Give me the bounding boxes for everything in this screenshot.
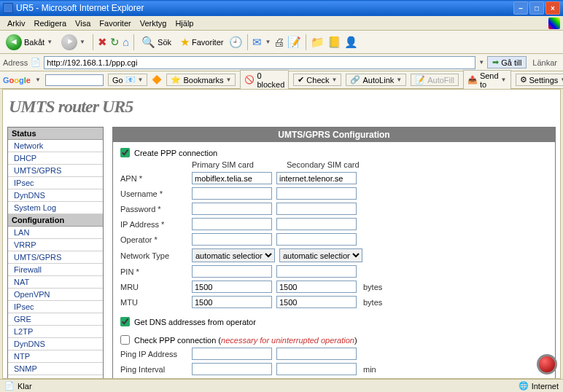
window-titlebar: UR5 - Microsoft Internet Explorer – □ ×: [0, 0, 563, 16]
sendto-button[interactable]: 📤 Send to▼: [463, 70, 511, 90]
back-icon: [6, 34, 22, 50]
forward-button[interactable]: ▼: [58, 33, 88, 52]
page-icon: 📄: [31, 58, 41, 67]
new-icon[interactable]: 🔶: [152, 75, 162, 85]
forward-icon: [61, 34, 77, 50]
menu-edit[interactable]: Redigera: [29, 17, 71, 29]
history-button[interactable]: 🕘: [229, 36, 243, 49]
navigation-toolbar: Bakåt ▼ ▼ ✖ ↻ ⌂ 🔍 Sök ★ Favoriter 🕘 ✉▼ 🖨…: [0, 31, 563, 54]
ie-icon: [3, 3, 13, 13]
mail-button[interactable]: ✉: [252, 36, 262, 49]
check-button[interactable]: ✔ Check▼: [293, 74, 341, 86]
google-search-input[interactable]: [45, 74, 104, 86]
star-icon: ★: [180, 36, 190, 49]
research-button[interactable]: 📒: [327, 36, 341, 49]
windows-logo-icon: [548, 17, 560, 29]
go-button[interactable]: ➡ Gå till: [487, 56, 527, 68]
bookmarks-button[interactable]: ⭐ Bookmarks▼: [166, 74, 236, 86]
address-input[interactable]: [44, 56, 475, 69]
close-button[interactable]: ×: [545, 1, 560, 15]
chevron-down-icon: ▼: [79, 39, 85, 45]
settings-button[interactable]: ⚙ Settings▼: [516, 74, 564, 86]
maximize-button[interactable]: □: [529, 1, 544, 15]
popup-blocked-button[interactable]: 🚫 0 blocked: [240, 70, 289, 90]
chevron-down-icon: ▼: [47, 39, 53, 45]
menu-view[interactable]: Visa: [71, 17, 95, 29]
google-go-button[interactable]: Go 📧▼: [108, 74, 148, 86]
search-button[interactable]: 🔍 Sök: [139, 34, 174, 50]
autofill-button[interactable]: 📝 AutoFill: [411, 74, 459, 86]
address-label: Adress: [3, 58, 28, 67]
chevron-down-icon[interactable]: ▼: [478, 59, 484, 66]
menu-help[interactable]: Hjälp: [171, 17, 198, 29]
favorites-button[interactable]: ★ Favoriter: [177, 34, 226, 50]
google-logo: Google: [3, 76, 31, 85]
home-button[interactable]: ⌂: [123, 36, 129, 48]
messenger-button[interactable]: 👤: [344, 36, 358, 49]
google-toolbar: Google▼ Go 📧▼ 🔶 ⭐ Bookmarks▼ 🚫 0 blocked…: [0, 71, 563, 89]
refresh-button[interactable]: ↻: [110, 36, 120, 49]
menu-favorites[interactable]: Favoriter: [95, 17, 135, 29]
menu-bar: Arkiv Redigera Visa Favoriter Verktyg Hj…: [0, 16, 563, 31]
minimize-button[interactable]: –: [513, 1, 528, 15]
autolink-button[interactable]: 🔗 AutoLink▼: [346, 74, 406, 86]
folder-button[interactable]: 📁: [311, 36, 325, 49]
address-bar: Adress 📄 ▼ ➡ Gå till Länkar: [0, 54, 563, 71]
window-title: UR5 - Microsoft Internet Explorer: [16, 3, 144, 13]
menu-tools[interactable]: Verktyg: [136, 17, 171, 29]
search-icon: 🔍: [141, 36, 155, 49]
go-icon: ➡: [492, 58, 499, 67]
print-button[interactable]: 🖨: [273, 36, 284, 48]
back-button[interactable]: Bakåt ▼: [3, 33, 55, 52]
menu-file[interactable]: Arkiv: [3, 17, 29, 29]
links-label[interactable]: Länkar: [529, 58, 560, 67]
edit-button[interactable]: 📝: [287, 36, 301, 49]
stop-button[interactable]: ✖: [98, 36, 107, 49]
